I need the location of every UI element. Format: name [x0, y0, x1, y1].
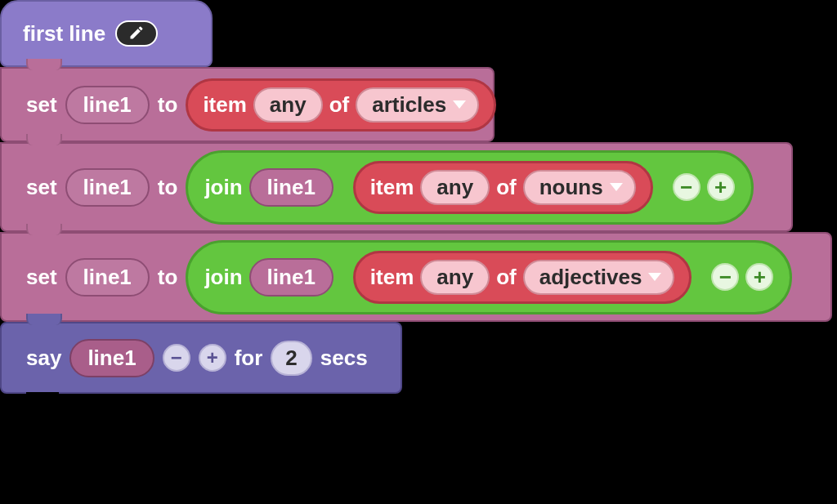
variable-reporter[interactable]: line1	[249, 168, 333, 207]
item-of-reporter[interactable]: item any of adjectives	[353, 251, 692, 304]
of-keyword: of	[329, 92, 350, 118]
remove-arg-button[interactable]: −	[711, 263, 739, 291]
add-arg-button[interactable]: +	[745, 263, 773, 291]
secs-keyword: secs	[320, 346, 368, 371]
hat-block[interactable]: first line	[0, 0, 213, 67]
minus-icon: −	[680, 176, 692, 198]
index-input[interactable]: any	[420, 170, 490, 205]
item-of-reporter[interactable]: item any of nouns	[353, 161, 653, 214]
plus-icon: +	[714, 176, 727, 198]
index-input[interactable]: any	[420, 260, 490, 295]
hat-label: first line	[23, 21, 105, 47]
join-reporter[interactable]: join line1 item any of adjectives −	[186, 240, 792, 314]
set-keyword: set	[26, 175, 57, 200]
set-block-2[interactable]: set line1 to join line1 item any of noun…	[0, 142, 793, 232]
list-dropdown[interactable]: articles	[356, 87, 479, 123]
plus-icon: +	[754, 266, 766, 288]
add-arg-button[interactable]: +	[199, 344, 226, 372]
item-keyword: item	[370, 175, 414, 200]
to-keyword: to	[158, 265, 178, 290]
add-arg-button[interactable]: +	[707, 173, 735, 201]
plus-icon: +	[207, 346, 218, 369]
list-dropdown[interactable]: adjectives	[523, 260, 675, 295]
pencil-icon	[128, 21, 145, 47]
remove-arg-button[interactable]: −	[163, 344, 190, 372]
for-keyword: for	[235, 346, 263, 371]
join-keyword: join	[204, 265, 242, 290]
join-keyword: join	[204, 175, 242, 200]
say-keyword: say	[26, 346, 61, 371]
chevron-down-icon	[648, 273, 661, 281]
remove-arg-button[interactable]: −	[673, 173, 700, 201]
set-block-1[interactable]: set line1 to item any of articles	[0, 67, 495, 142]
minus-icon: −	[719, 266, 732, 288]
set-block-3[interactable]: set line1 to join line1 item any of adje…	[0, 232, 832, 322]
of-keyword: of	[496, 265, 517, 290]
to-keyword: to	[158, 175, 178, 200]
say-block[interactable]: say line1 − + for 2 secs	[0, 322, 402, 394]
duration-input[interactable]: 2	[271, 341, 311, 376]
edit-button[interactable]	[115, 20, 158, 47]
to-keyword: to	[158, 92, 178, 118]
variable-slot[interactable]: line1	[65, 168, 150, 207]
minus-icon: −	[171, 346, 182, 369]
item-keyword: item	[370, 265, 414, 290]
join-reporter[interactable]: join line1 item any of nouns −	[186, 150, 753, 225]
variable-slot[interactable]: line1	[65, 258, 150, 297]
variable-reporter[interactable]: line1	[249, 258, 333, 297]
set-keyword: set	[26, 92, 57, 118]
list-dropdown[interactable]: nouns	[523, 170, 636, 205]
item-keyword: item	[203, 92, 246, 118]
of-keyword: of	[496, 175, 517, 200]
index-input[interactable]: any	[253, 87, 323, 123]
variable-reporter[interactable]: line1	[69, 339, 154, 377]
item-of-reporter[interactable]: item any of articles	[186, 78, 496, 132]
chevron-down-icon	[610, 183, 623, 191]
variable-slot[interactable]: line1	[65, 86, 150, 124]
set-keyword: set	[26, 265, 57, 290]
chevron-down-icon	[453, 100, 466, 109]
